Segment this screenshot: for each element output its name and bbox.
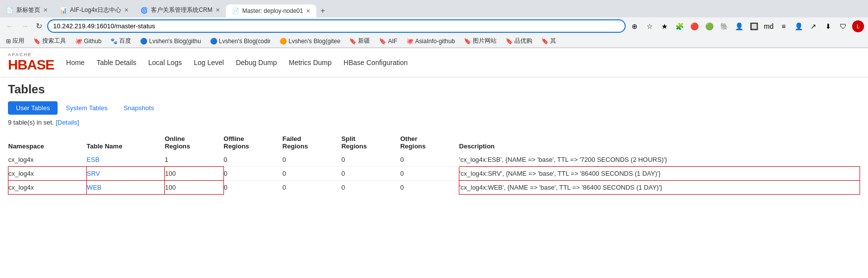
- evernote-icon[interactable]: 🐘: [718, 20, 730, 32]
- pinyougou-icon: 🔖: [506, 38, 513, 45]
- tab-new-tab[interactable]: 📄 新标签页 ✕: [0, 3, 54, 17]
- cursor-icon[interactable]: ↗: [807, 20, 819, 32]
- bookmark-label-lvshen3: Lvshen's Blog(gitee: [289, 38, 340, 45]
- nav-bar: ← → ↻ ⊕ ☆ ★ 🧩 🔴 🟢 🐘 👤 🔲 md ≡ 👤 ↗ ⬇ 🛡 L: [0, 17, 868, 35]
- avatar-icon[interactable]: L: [852, 20, 864, 32]
- logo-container: APACHE HBASE: [8, 52, 54, 73]
- bookmark-lvshen3[interactable]: 🟠 Lvshen's Blog(gitee: [278, 37, 342, 45]
- icon6[interactable]: ≡: [778, 20, 790, 32]
- nav-metrics-dump[interactable]: Metrics Dump: [289, 59, 331, 67]
- icon1[interactable]: 🔴: [688, 20, 700, 32]
- forward-button[interactable]: →: [19, 21, 31, 32]
- cell-namespace-0: cx_log4x: [8, 153, 87, 167]
- reload-button[interactable]: ↻: [34, 20, 44, 32]
- cell-other-0: 0: [400, 153, 459, 167]
- hbase-header: APACHE HBASE Home Table Details Local Lo…: [0, 48, 868, 77]
- cell-namespace-1: cx_log4x: [8, 167, 87, 181]
- tab-favicon-0: 📄: [6, 7, 13, 14]
- cell-split-2: 0: [341, 181, 400, 195]
- th-offline-regions: OfflineRegions: [223, 132, 283, 153]
- bookmark-label-search: 搜索工具: [42, 37, 66, 45]
- bookmark-pinyougou[interactable]: 🔖 品优购: [504, 36, 534, 46]
- cell-tablename-2: WEB: [86, 181, 164, 195]
- details-link[interactable]: [Details]: [56, 119, 79, 126]
- cell-offline-1: 0: [223, 167, 283, 181]
- table-link-esb[interactable]: ESB: [86, 156, 99, 163]
- tab-favicon-1: 📊: [60, 7, 67, 14]
- table-count: 9 table(s) in set.: [8, 119, 54, 126]
- table-row: cx_log4x SRV 100 0 0 0 0 'cx_log4x:SRV',…: [8, 167, 860, 181]
- bookmark-lvshen2[interactable]: 🔵 Lvshen's Blog(codir: [208, 37, 273, 45]
- icon5[interactable]: md: [763, 20, 775, 32]
- icon4[interactable]: 🔲: [748, 20, 760, 32]
- tab-crm[interactable]: 🌀 客户关系管理系统CRM ✕: [135, 3, 225, 17]
- bookmark-label-other: 其: [550, 37, 556, 45]
- cell-split-0: 0: [341, 153, 400, 167]
- icon3[interactable]: 👤: [733, 20, 745, 32]
- cell-desc-1: 'cx_log4x:SRV', {NAME => 'base', TTL => …: [459, 167, 860, 181]
- bookmark-images[interactable]: 🔖 图片网站: [462, 36, 499, 46]
- th-split-regions: SplitRegions: [341, 132, 400, 153]
- icon2[interactable]: 🟢: [703, 20, 715, 32]
- bookmark-aif[interactable]: 🔖 AIF: [377, 37, 399, 45]
- xinjiang-icon: 🔖: [349, 38, 357, 45]
- table-link-web[interactable]: WEB: [87, 184, 102, 191]
- bookmark-asiainfo[interactable]: 🐙 AsiaInfo-github: [404, 37, 457, 45]
- bookmark-label-aif: AIF: [388, 38, 397, 45]
- shield-icon[interactable]: 🛡: [837, 20, 849, 32]
- tab-aif-log[interactable]: 📊 AIF-Log4x日志中心 ✕: [54, 3, 135, 17]
- tab-snapshots[interactable]: Snapshots: [116, 101, 162, 115]
- bookmark-lvshen1[interactable]: 🔵 Lvshen's Blog(githu: [138, 37, 203, 45]
- extensions-icon[interactable]: 🧩: [673, 20, 685, 32]
- aif-icon: 🔖: [379, 38, 386, 45]
- cell-failed-2: 0: [283, 181, 342, 195]
- tab-system-tables[interactable]: System Tables: [58, 101, 115, 115]
- cell-tablename-1: SRV: [86, 167, 164, 181]
- asiainfo-icon: 🐙: [406, 38, 414, 45]
- bookmark-label-pinyougou: 品优购: [514, 37, 532, 45]
- bookmarks-bar: ⊞ 应用 🔖 搜索工具 🐙 Github 🐾 百度 🔵 Lvshen's Blo…: [0, 35, 868, 48]
- cell-other-1: 0: [400, 167, 459, 181]
- hbase-logo: APACHE HBASE: [8, 52, 54, 73]
- nav-debug-dump[interactable]: Debug Dump: [236, 59, 277, 67]
- lvshen2-icon: 🔵: [210, 38, 217, 45]
- cell-offline-2: 0: [223, 181, 283, 195]
- cell-failed-1: 0: [283, 167, 342, 181]
- bookmark-baidu[interactable]: 🐾 百度: [108, 36, 133, 46]
- download-icon[interactable]: ⬇: [822, 20, 834, 32]
- new-tab-button[interactable]: +: [316, 4, 329, 17]
- apps-grid-icon: ⊞: [6, 38, 11, 45]
- bookmark-apps[interactable]: ⊞ 应用: [4, 36, 26, 46]
- tab-user-tables[interactable]: User Tables: [8, 101, 58, 115]
- cell-online-2: 100: [165, 181, 224, 195]
- bookmark-filled-icon[interactable]: ★: [658, 20, 670, 32]
- bookmark-github[interactable]: 🐙 Github: [73, 37, 103, 45]
- table-link-srv[interactable]: SRV: [87, 170, 100, 177]
- cell-online-1: 100: [165, 167, 224, 181]
- back-button[interactable]: ←: [4, 21, 16, 32]
- tab-close-0[interactable]: ✕: [43, 7, 48, 13]
- url-bar[interactable]: [47, 19, 626, 33]
- tab-close-1[interactable]: ✕: [124, 7, 129, 13]
- translate-icon[interactable]: ⊕: [629, 20, 641, 32]
- tab-bar: 📄 新标签页 ✕ 📊 AIF-Log4x日志中心 ✕ 🌀 客户关系管理系统CRM…: [0, 0, 868, 17]
- bookmark-xinjiang[interactable]: 🔖 新疆: [347, 36, 372, 46]
- bookmark-other[interactable]: 🔖 其: [539, 36, 558, 46]
- nav-table-details[interactable]: Table Details: [96, 59, 136, 67]
- tab-label-3: Master: deploy-node01: [242, 7, 303, 14]
- bookmark-label-lvshen1: Lvshen's Blog(githu: [149, 38, 201, 45]
- th-description: Description: [459, 132, 860, 153]
- tab-master[interactable]: 📄 Master: deploy-node01 ✕: [226, 4, 317, 17]
- bookmark-search-tools[interactable]: 🔖 搜索工具: [31, 36, 68, 46]
- nav-home[interactable]: Home: [66, 59, 84, 67]
- tab-close-2[interactable]: ✕: [216, 7, 220, 13]
- images-icon: 🔖: [464, 38, 471, 45]
- bookmark-icon[interactable]: ☆: [644, 20, 655, 32]
- profile-icon[interactable]: 👤: [793, 20, 804, 32]
- nav-local-logs[interactable]: Local Logs: [148, 59, 182, 67]
- nav-hbase-config[interactable]: HBase Configuration: [344, 59, 408, 67]
- tab-close-3[interactable]: ✕: [306, 8, 310, 14]
- baidu-icon: 🐾: [110, 38, 118, 45]
- cell-failed-0: 0: [283, 153, 342, 167]
- nav-log-level[interactable]: Log Level: [194, 59, 224, 67]
